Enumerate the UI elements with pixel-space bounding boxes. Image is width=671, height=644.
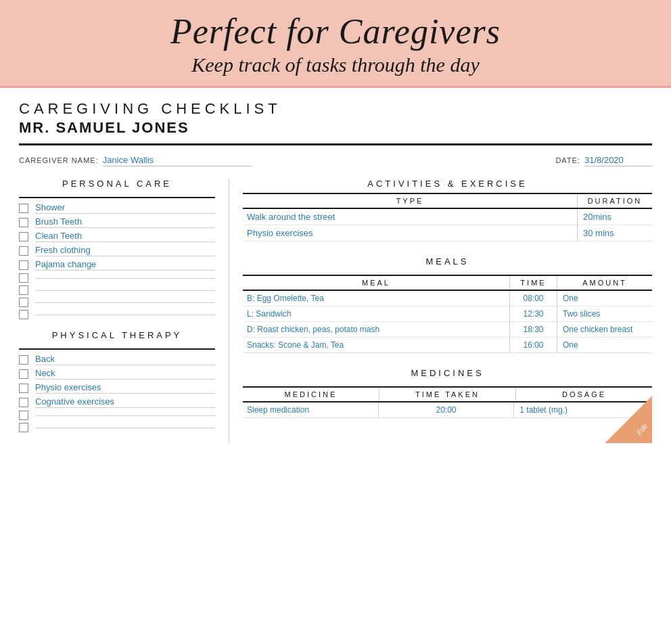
meal-amount-header: AMOUNT	[557, 276, 652, 290]
activities-table-header: TYPE DURATION	[243, 193, 652, 209]
checkbox[interactable]	[19, 204, 28, 213]
meals-rows: B: Egg Omelette, Tea 08:00 One L: Sandwi…	[243, 291, 652, 353]
meal-name: D: Roast chicken, peas, potato mash	[243, 322, 510, 337]
meal-amount: One chicken breast	[557, 322, 652, 337]
meal-time: 18:30	[510, 322, 557, 337]
meal-amount: Two slices	[557, 306, 652, 321]
right-column: ACTIVITIES & EXERCISE TYPE DURATION Walk…	[229, 179, 652, 443]
checkbox[interactable]	[19, 218, 28, 227]
caregiver-value: Janice Wallis	[103, 155, 252, 166]
patient-name: MR. SAMUEL JONES	[19, 119, 652, 137]
personal-care-item: Brush Teeth	[19, 216, 215, 228]
medicines-table-header: MEDICINE TIME TAKEN DOSAGE	[243, 386, 652, 402]
checkbox[interactable]	[19, 260, 28, 270]
activities-header: ACTIVITIES & EXERCISE	[243, 179, 652, 189]
meals-table-header: MEAL TIME AMOUNT	[243, 275, 652, 291]
header-banner: Perfect for Caregivers Keep track of tas…	[0, 0, 671, 88]
checklist-item-label: Physio exercises	[35, 382, 215, 394]
personal-care-item: Pajama change	[19, 259, 215, 271]
activity-duration: 30 mins	[578, 225, 652, 241]
medicine-name: Sleep medication	[243, 402, 379, 417]
medicine-dosage-header: DOSAGE	[516, 388, 652, 401]
checkbox[interactable]	[19, 285, 28, 295]
personal-care-items: Shower Brush Teeth Clean Teeth Fresh clo…	[19, 202, 215, 319]
corner-text: Edit	[635, 423, 649, 436]
checkbox[interactable]	[19, 232, 28, 242]
personal-care-section: PERSONAL CARE Shower Brush Teeth Clean T…	[19, 179, 215, 319]
personal-care-item	[19, 273, 215, 283]
checklist-title: CAREGIVING CHECKLIST	[19, 100, 652, 118]
medicine-dosage: 1 tablet (mg.)	[514, 402, 652, 417]
personal-care-item	[19, 298, 215, 307]
meal-time: 12:30	[510, 306, 557, 321]
physical-therapy-items: Back Neck Physio exercises Cognative exe…	[19, 354, 215, 432]
checklist-item-label	[35, 290, 215, 291]
checkbox[interactable]	[19, 369, 28, 379]
checklist-item-label: Fresh clothing	[35, 245, 215, 256]
checklist-item-label: Neck	[35, 368, 215, 380]
checkbox[interactable]	[19, 384, 28, 393]
checklist-item-label	[35, 314, 215, 315]
checkbox[interactable]	[19, 246, 28, 256]
checkbox[interactable]	[19, 423, 28, 432]
meal-amount: One	[557, 338, 652, 352]
personal-care-item	[19, 310, 215, 319]
checkbox[interactable]	[19, 298, 28, 307]
checkbox[interactable]	[19, 310, 28, 319]
medicine-time: 20:00	[379, 402, 515, 417]
meal-time: 16:00	[510, 338, 557, 352]
meal-row: L: Sandwich 12:30 Two slices	[243, 306, 652, 322]
medicine-time-header: TIME TAKEN	[379, 388, 516, 401]
activities-section: ACTIVITIES & EXERCISE TYPE DURATION Walk…	[243, 179, 652, 242]
date-label: DATE:	[555, 156, 580, 164]
checkbox[interactable]	[19, 273, 28, 283]
physical-therapy-header: PHYSICAL THERAPY	[19, 330, 215, 343]
physical-therapy-item	[19, 423, 215, 432]
meals-section: MEALS MEAL TIME AMOUNT B: Egg Omelette, …	[243, 256, 652, 353]
meal-col-header: MEAL	[243, 276, 510, 290]
checklist-item-label: Pajama change	[35, 259, 215, 271]
activity-row: Physio exercises 30 mins	[243, 225, 652, 242]
meal-row: Snacks: Scone & Jam, Tea 16:00 One	[243, 338, 652, 353]
personal-care-item: Clean Teeth	[19, 231, 215, 242]
info-row: CAREGIVER NAME: Janice Wallis DATE: 31/8…	[19, 155, 652, 166]
checklist-item-label: Brush Teeth	[35, 216, 215, 228]
medicine-col-header: MEDICINE	[243, 388, 379, 401]
checklist-item-label	[35, 302, 215, 303]
activity-row: Walk around the street 20mins	[243, 209, 652, 225]
meal-name: B: Egg Omelette, Tea	[243, 291, 510, 306]
personal-care-divider	[19, 197, 215, 198]
medicines-section: MEDICINES MEDICINE TIME TAKEN DOSAGE Sle…	[243, 368, 652, 418]
meal-time-header: TIME	[510, 276, 557, 290]
checklist-item-label: Cognative exercises	[35, 396, 215, 408]
medicines-header: MEDICINES	[243, 368, 652, 381]
physical-therapy-item: Back	[19, 354, 215, 365]
checklist-item-label: Shower	[35, 202, 215, 214]
activity-duration: 20mins	[578, 209, 652, 225]
checklist-item-label: Back	[35, 354, 215, 365]
checkbox[interactable]	[19, 355, 28, 365]
medicine-row: Sleep medication 20:00 1 tablet (mg.)	[243, 402, 652, 418]
checklist-item-label: Clean Teeth	[35, 231, 215, 242]
physical-therapy-item	[19, 411, 215, 420]
medicines-rows: Sleep medication 20:00 1 tablet (mg.)	[243, 402, 652, 418]
meal-time: 08:00	[510, 291, 557, 306]
checkbox[interactable]	[19, 411, 28, 420]
title-divider	[19, 143, 652, 145]
checklist-item-label	[35, 415, 215, 416]
meal-amount: One	[557, 291, 652, 306]
activities-type-header: TYPE	[243, 194, 578, 208]
activities-rows: Walk around the street 20mins Physio exe…	[243, 209, 652, 242]
meal-row: D: Roast chicken, peas, potato mash 18:3…	[243, 322, 652, 338]
header-title: Perfect for Caregivers	[14, 12, 657, 51]
meals-header: MEALS	[243, 256, 652, 269]
personal-care-item	[19, 285, 215, 295]
meal-name: Snacks: Scone & Jam, Tea	[243, 338, 510, 352]
physical-therapy-section: PHYSICAL THERAPY Back Neck Physio exerci…	[19, 330, 215, 432]
date-value: 31/8/2020	[584, 155, 652, 166]
physical-therapy-item: Cognative exercises	[19, 396, 215, 408]
main-content: CAREGIVING CHECKLIST MR. SAMUEL JONES CA…	[0, 88, 671, 457]
checkbox[interactable]	[19, 398, 28, 407]
activity-type: Physio exercises	[243, 225, 578, 241]
checklist-item-label	[35, 427, 215, 428]
